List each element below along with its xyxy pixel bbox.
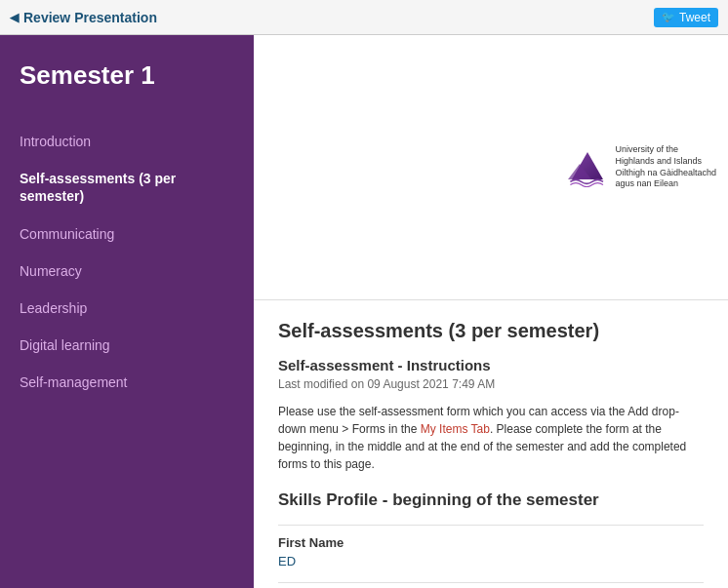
semester-title: Semester 1: [20, 60, 155, 91]
sidebar-item-self-management[interactable]: Self-management: [0, 364, 254, 401]
sidebar-item-digital-learning[interactable]: Digital learning: [0, 327, 254, 364]
twitter-icon: 🐦: [662, 11, 675, 23]
sidebar-item-numeracy[interactable]: Numeracy: [0, 253, 254, 290]
top-bar-title: ◀ Review Presentation: [10, 10, 157, 25]
sidebar-item-introduction[interactable]: Introduction: [0, 123, 254, 160]
first-name-field: First Name ED: [278, 525, 704, 568]
first-name-label: First Name: [278, 535, 704, 550]
university-header: University of the Highlands and Islands …: [254, 35, 728, 300]
first-name-value: ED: [278, 554, 704, 568]
section-heading: Self-assessment - Instructions: [278, 357, 704, 373]
sidebar-nav: Introduction Self-assessments (3 per sem…: [0, 113, 254, 588]
last-name-field: Last Name Brightspace Tst 2: [278, 582, 704, 588]
university-name: University of the Highlands and Islands …: [615, 144, 716, 190]
main-layout: Semester 1 Introduction Self-assessments…: [0, 35, 728, 588]
content-area: Self-assessments (3 per semester) Self-a…: [254, 300, 728, 588]
university-logo-icon: [568, 148, 607, 187]
content-title: Self-assessments (3 per semester): [278, 320, 704, 342]
sidebar: Semester 1 Introduction Self-assessments…: [0, 35, 254, 588]
review-presentation-link[interactable]: Review Presentation: [23, 10, 157, 25]
skills-heading: Skills Profile - beginning of the semest…: [278, 490, 704, 510]
my-items-link[interactable]: My Items Tab: [421, 422, 490, 436]
sidebar-item-communicating[interactable]: Communicating: [0, 216, 254, 253]
last-modified: Last modified on 09 August 2021 7:49 AM: [278, 377, 704, 391]
sidebar-item-self-assessments[interactable]: Self-assessments (3 per semester): [0, 160, 254, 215]
sidebar-item-leadership[interactable]: Leadership: [0, 290, 254, 327]
tweet-button[interactable]: 🐦 Tweet: [654, 8, 718, 27]
arrow-icon: ◀: [10, 11, 19, 24]
top-bar: ◀ Review Presentation 🐦 Tweet: [0, 0, 728, 35]
instructions-text: Please use the self-assessment form whic…: [278, 403, 704, 473]
semester-header: Semester 1: [0, 35, 254, 113]
